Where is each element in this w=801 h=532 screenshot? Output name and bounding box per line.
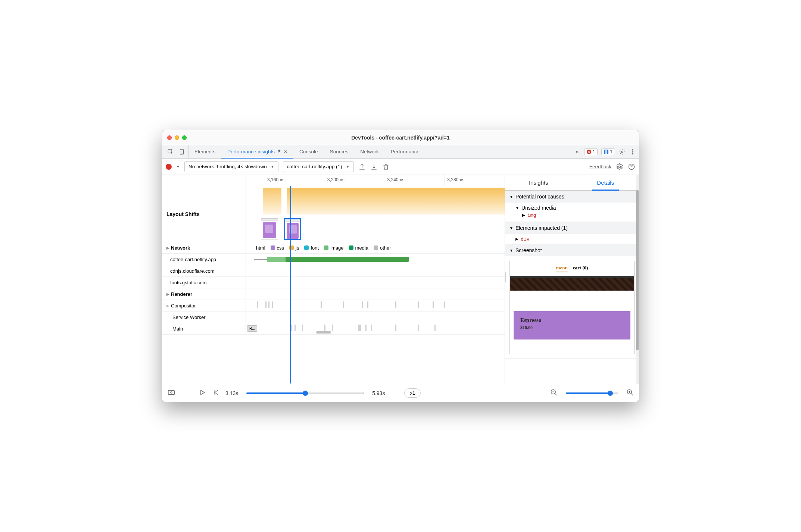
- chevron-right-icon: ▶: [166, 246, 169, 250]
- element-link[interactable]: div: [521, 236, 529, 242]
- tab-performance-insights[interactable]: Performance insights ✕: [221, 145, 293, 158]
- task-block[interactable]: R...: [247, 325, 257, 332]
- tab-console[interactable]: Console: [293, 145, 324, 158]
- zoom-out-icon[interactable]: [550, 389, 558, 398]
- export-icon[interactable]: [358, 163, 366, 170]
- throttling-select[interactable]: No network throttling, 4× slowdown▼: [184, 161, 278, 172]
- row-main: Main R...: [162, 323, 505, 335]
- tab-network[interactable]: Network: [354, 145, 385, 158]
- timeline-ruler: 3,160ms 3,200ms 3,240ms 3,280ms: [162, 175, 505, 186]
- svg-point-4: [632, 149, 633, 150]
- device-toolbar-icon[interactable]: [178, 148, 185, 155]
- zoom-slider[interactable]: [566, 392, 618, 394]
- main-content: 3,160ms 3,200ms 3,240ms 3,280ms Layout S…: [162, 175, 639, 384]
- row-layout-shifts: Layout Shifts: [162, 186, 505, 242]
- cause-label[interactable]: Unsized media: [521, 205, 556, 211]
- host-label: fonts.gstatic.com: [170, 280, 207, 285]
- row-compositor: ▶Compositor: [162, 300, 505, 312]
- help-icon[interactable]: [628, 163, 635, 170]
- pin-icon: [277, 149, 281, 154]
- import-icon[interactable]: [370, 163, 378, 170]
- feedback-link[interactable]: Feedback: [589, 164, 611, 169]
- accordion-header[interactable]: ▼Elements impacted (1): [505, 222, 639, 234]
- tick-label: 3,240ms: [387, 177, 405, 182]
- svg-point-6: [632, 153, 633, 154]
- layout-shift-thumbnail[interactable]: [261, 218, 278, 240]
- swatch-media: [349, 245, 353, 250]
- settings-cog-icon[interactable]: [616, 163, 623, 170]
- accordion-title: Potential root causes: [515, 194, 564, 200]
- tab-label: Performance insights: [227, 149, 275, 154]
- errors-count: 1: [593, 149, 595, 154]
- toggle-screenshots-icon[interactable]: [167, 388, 175, 398]
- devtools-window: DevTools - coffee-cart.netlify.app/?ad=1…: [162, 130, 639, 402]
- tab-elements[interactable]: Elements: [188, 145, 221, 158]
- minimize-window-button[interactable]: [175, 135, 179, 140]
- section-network[interactable]: ▶Network html css js font image media ot…: [162, 242, 505, 254]
- svg-line-15: [631, 393, 633, 395]
- swatch-image: [324, 245, 328, 250]
- host-label: coffee-cart.netlify.app: [170, 257, 216, 262]
- jump-start-icon[interactable]: [212, 389, 219, 398]
- close-window-button[interactable]: [167, 135, 172, 140]
- svg-rect-9: [168, 390, 175, 394]
- section-renderer[interactable]: ▶Renderer: [162, 288, 505, 300]
- more-icon[interactable]: [629, 148, 636, 155]
- section-label: Renderer: [171, 291, 192, 297]
- timeline-pane: 3,160ms 3,200ms 3,240ms 3,280ms Layout S…: [162, 175, 505, 384]
- accordion-header[interactable]: ▼Potential root causes: [505, 191, 639, 203]
- time-start: 3.13s: [225, 390, 238, 396]
- main-track[interactable]: R...: [246, 323, 505, 334]
- layout-shifts-track[interactable]: [246, 186, 505, 242]
- tab-insights[interactable]: Insights: [505, 175, 572, 190]
- chevron-down-icon: ▼: [509, 226, 513, 230]
- legend-label: other: [380, 245, 391, 251]
- target-value: coffee-cart.netlify.app (1): [287, 164, 342, 169]
- product-price: $10.00: [520, 325, 624, 331]
- record-menu-caret[interactable]: ▼: [176, 165, 180, 169]
- close-tab-icon[interactable]: ✕: [284, 149, 287, 154]
- accordion-elements-impacted: ▼Elements impacted (1) ▶div: [505, 222, 639, 244]
- network-host-row: cdnjs.cloudflare.com: [162, 265, 505, 277]
- messages-badge[interactable]: ❚1: [601, 148, 615, 155]
- legend-label: html: [256, 245, 265, 251]
- zoom-window-button[interactable]: [182, 135, 187, 140]
- chevron-right-icon: ▶: [515, 237, 518, 241]
- horizontal-scrollbar[interactable]: [316, 331, 331, 334]
- request-bar[interactable]: [286, 257, 409, 262]
- play-icon[interactable]: [199, 389, 206, 398]
- errors-badge[interactable]: ✕1: [584, 148, 598, 155]
- target-select[interactable]: coffee-cart.netlify.app (1)▼: [283, 161, 354, 172]
- network-track[interactable]: [246, 254, 505, 265]
- time-slider[interactable]: [246, 392, 364, 394]
- inspect-element-icon[interactable]: [167, 148, 174, 155]
- element-link[interactable]: img: [527, 212, 536, 218]
- record-button[interactable]: [166, 164, 172, 170]
- chevron-right-icon: ▶: [166, 304, 169, 308]
- compositor-track[interactable]: [246, 300, 505, 311]
- titlebar: DevTools - coffee-cart.netlify.app/?ad=1: [162, 130, 639, 145]
- delete-icon[interactable]: [382, 163, 390, 170]
- collapse-sidebar-icon[interactable]: ›: [505, 272, 506, 282]
- tab-details[interactable]: Details: [572, 175, 639, 190]
- row-label: Service Worker: [172, 314, 206, 320]
- vertical-scrollbar[interactable]: [636, 175, 639, 384]
- swatch-js: [289, 245, 294, 250]
- preview-nav-cart: cart (0): [573, 265, 588, 272]
- legend-label: font: [311, 245, 319, 251]
- row-label: Compositor: [171, 303, 196, 309]
- tab-label: Elements: [194, 149, 215, 154]
- tab-performance[interactable]: Performance: [385, 145, 426, 158]
- accordion-title: Screenshot: [515, 247, 542, 253]
- accordion-header[interactable]: ▼Screenshot: [505, 244, 639, 256]
- zoom-in-icon[interactable]: [626, 389, 634, 398]
- layout-shift-thumbnail-selected[interactable]: [284, 218, 301, 240]
- tabs-overflow-icon[interactable]: »: [574, 148, 580, 155]
- speed-pill[interactable]: x1: [404, 388, 421, 398]
- svg-point-10: [171, 392, 172, 393]
- tab-sources[interactable]: Sources: [324, 145, 355, 158]
- chevron-down-icon: ▼: [509, 195, 513, 199]
- tick-label: 3,280ms: [447, 177, 464, 182]
- settings-icon[interactable]: [619, 148, 626, 155]
- legend-label: media: [355, 245, 368, 251]
